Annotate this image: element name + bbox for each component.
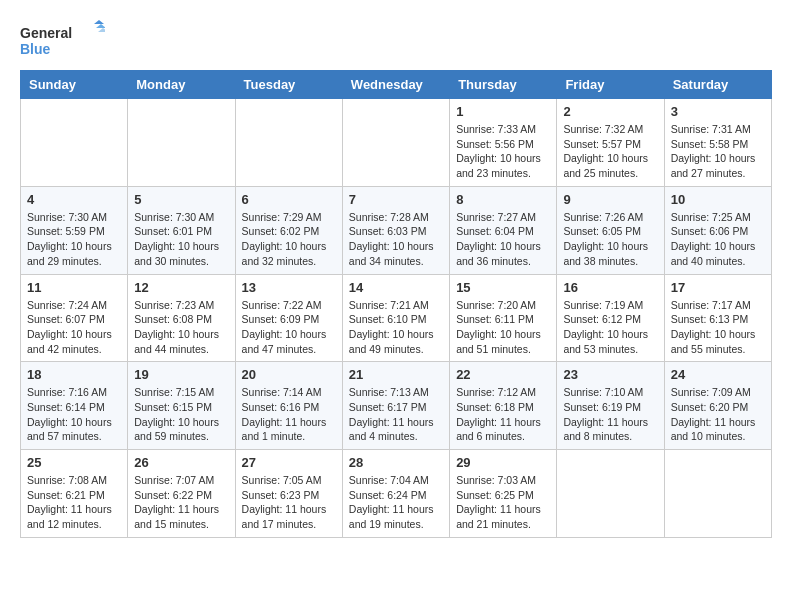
- day-info: Sunrise: 7:33 AM Sunset: 5:56 PM Dayligh…: [456, 122, 550, 181]
- logo-svg: General Blue: [20, 20, 105, 60]
- day-number: 8: [456, 192, 550, 207]
- day-number: 28: [349, 455, 443, 470]
- day-info: Sunrise: 7:27 AM Sunset: 6:04 PM Dayligh…: [456, 210, 550, 269]
- calendar-cell: 19Sunrise: 7:15 AM Sunset: 6:15 PM Dayli…: [128, 362, 235, 450]
- day-info: Sunrise: 7:19 AM Sunset: 6:12 PM Dayligh…: [563, 298, 657, 357]
- calendar-cell: 22Sunrise: 7:12 AM Sunset: 6:18 PM Dayli…: [450, 362, 557, 450]
- calendar-cell: [342, 99, 449, 187]
- calendar-cell: [664, 450, 771, 538]
- day-info: Sunrise: 7:31 AM Sunset: 5:58 PM Dayligh…: [671, 122, 765, 181]
- day-header-friday: Friday: [557, 71, 664, 99]
- calendar-cell: 25Sunrise: 7:08 AM Sunset: 6:21 PM Dayli…: [21, 450, 128, 538]
- day-header-tuesday: Tuesday: [235, 71, 342, 99]
- day-number: 29: [456, 455, 550, 470]
- day-number: 10: [671, 192, 765, 207]
- day-number: 25: [27, 455, 121, 470]
- calendar-cell: [128, 99, 235, 187]
- logo: General Blue: [20, 20, 105, 60]
- day-info: Sunrise: 7:15 AM Sunset: 6:15 PM Dayligh…: [134, 385, 228, 444]
- day-number: 19: [134, 367, 228, 382]
- day-header-wednesday: Wednesday: [342, 71, 449, 99]
- svg-marker-2: [94, 20, 104, 24]
- calendar-cell: 1Sunrise: 7:33 AM Sunset: 5:56 PM Daylig…: [450, 99, 557, 187]
- day-number: 23: [563, 367, 657, 382]
- calendar-body: 1Sunrise: 7:33 AM Sunset: 5:56 PM Daylig…: [21, 99, 772, 538]
- day-number: 7: [349, 192, 443, 207]
- day-number: 24: [671, 367, 765, 382]
- calendar-week-1: 1Sunrise: 7:33 AM Sunset: 5:56 PM Daylig…: [21, 99, 772, 187]
- day-number: 14: [349, 280, 443, 295]
- day-info: Sunrise: 7:29 AM Sunset: 6:02 PM Dayligh…: [242, 210, 336, 269]
- calendar-cell: 13Sunrise: 7:22 AM Sunset: 6:09 PM Dayli…: [235, 274, 342, 362]
- calendar-cell: 6Sunrise: 7:29 AM Sunset: 6:02 PM Daylig…: [235, 186, 342, 274]
- day-header-thursday: Thursday: [450, 71, 557, 99]
- day-info: Sunrise: 7:22 AM Sunset: 6:09 PM Dayligh…: [242, 298, 336, 357]
- day-info: Sunrise: 7:21 AM Sunset: 6:10 PM Dayligh…: [349, 298, 443, 357]
- calendar-cell: 7Sunrise: 7:28 AM Sunset: 6:03 PM Daylig…: [342, 186, 449, 274]
- day-number: 13: [242, 280, 336, 295]
- calendar: SundayMondayTuesdayWednesdayThursdayFrid…: [20, 70, 772, 538]
- day-number: 18: [27, 367, 121, 382]
- day-info: Sunrise: 7:03 AM Sunset: 6:25 PM Dayligh…: [456, 473, 550, 532]
- calendar-cell: 4Sunrise: 7:30 AM Sunset: 5:59 PM Daylig…: [21, 186, 128, 274]
- svg-marker-4: [98, 28, 105, 32]
- day-number: 1: [456, 104, 550, 119]
- day-number: 2: [563, 104, 657, 119]
- day-number: 11: [27, 280, 121, 295]
- svg-text:General: General: [20, 25, 72, 41]
- calendar-cell: 24Sunrise: 7:09 AM Sunset: 6:20 PM Dayli…: [664, 362, 771, 450]
- day-header-sunday: Sunday: [21, 71, 128, 99]
- day-info: Sunrise: 7:17 AM Sunset: 6:13 PM Dayligh…: [671, 298, 765, 357]
- day-number: 17: [671, 280, 765, 295]
- calendar-week-4: 18Sunrise: 7:16 AM Sunset: 6:14 PM Dayli…: [21, 362, 772, 450]
- day-number: 22: [456, 367, 550, 382]
- calendar-cell: 29Sunrise: 7:03 AM Sunset: 6:25 PM Dayli…: [450, 450, 557, 538]
- calendar-header-row: SundayMondayTuesdayWednesdayThursdayFrid…: [21, 71, 772, 99]
- day-info: Sunrise: 7:30 AM Sunset: 5:59 PM Dayligh…: [27, 210, 121, 269]
- day-header-monday: Monday: [128, 71, 235, 99]
- day-number: 6: [242, 192, 336, 207]
- calendar-cell: 16Sunrise: 7:19 AM Sunset: 6:12 PM Dayli…: [557, 274, 664, 362]
- day-number: 20: [242, 367, 336, 382]
- calendar-cell: 17Sunrise: 7:17 AM Sunset: 6:13 PM Dayli…: [664, 274, 771, 362]
- calendar-cell: 15Sunrise: 7:20 AM Sunset: 6:11 PM Dayli…: [450, 274, 557, 362]
- calendar-cell: 2Sunrise: 7:32 AM Sunset: 5:57 PM Daylig…: [557, 99, 664, 187]
- day-info: Sunrise: 7:05 AM Sunset: 6:23 PM Dayligh…: [242, 473, 336, 532]
- calendar-cell: 28Sunrise: 7:04 AM Sunset: 6:24 PM Dayli…: [342, 450, 449, 538]
- calendar-cell: 9Sunrise: 7:26 AM Sunset: 6:05 PM Daylig…: [557, 186, 664, 274]
- calendar-cell: 27Sunrise: 7:05 AM Sunset: 6:23 PM Dayli…: [235, 450, 342, 538]
- day-info: Sunrise: 7:24 AM Sunset: 6:07 PM Dayligh…: [27, 298, 121, 357]
- day-number: 5: [134, 192, 228, 207]
- day-info: Sunrise: 7:32 AM Sunset: 5:57 PM Dayligh…: [563, 122, 657, 181]
- day-info: Sunrise: 7:25 AM Sunset: 6:06 PM Dayligh…: [671, 210, 765, 269]
- day-info: Sunrise: 7:26 AM Sunset: 6:05 PM Dayligh…: [563, 210, 657, 269]
- calendar-cell: 26Sunrise: 7:07 AM Sunset: 6:22 PM Dayli…: [128, 450, 235, 538]
- day-info: Sunrise: 7:09 AM Sunset: 6:20 PM Dayligh…: [671, 385, 765, 444]
- day-number: 21: [349, 367, 443, 382]
- calendar-cell: [557, 450, 664, 538]
- calendar-cell: [21, 99, 128, 187]
- day-info: Sunrise: 7:08 AM Sunset: 6:21 PM Dayligh…: [27, 473, 121, 532]
- calendar-week-2: 4Sunrise: 7:30 AM Sunset: 5:59 PM Daylig…: [21, 186, 772, 274]
- day-number: 12: [134, 280, 228, 295]
- day-number: 27: [242, 455, 336, 470]
- day-info: Sunrise: 7:30 AM Sunset: 6:01 PM Dayligh…: [134, 210, 228, 269]
- day-info: Sunrise: 7:10 AM Sunset: 6:19 PM Dayligh…: [563, 385, 657, 444]
- day-info: Sunrise: 7:07 AM Sunset: 6:22 PM Dayligh…: [134, 473, 228, 532]
- day-header-saturday: Saturday: [664, 71, 771, 99]
- day-info: Sunrise: 7:20 AM Sunset: 6:11 PM Dayligh…: [456, 298, 550, 357]
- calendar-cell: 5Sunrise: 7:30 AM Sunset: 6:01 PM Daylig…: [128, 186, 235, 274]
- day-number: 16: [563, 280, 657, 295]
- calendar-cell: 21Sunrise: 7:13 AM Sunset: 6:17 PM Dayli…: [342, 362, 449, 450]
- calendar-cell: 23Sunrise: 7:10 AM Sunset: 6:19 PM Dayli…: [557, 362, 664, 450]
- calendar-cell: 8Sunrise: 7:27 AM Sunset: 6:04 PM Daylig…: [450, 186, 557, 274]
- calendar-cell: 14Sunrise: 7:21 AM Sunset: 6:10 PM Dayli…: [342, 274, 449, 362]
- calendar-cell: 18Sunrise: 7:16 AM Sunset: 6:14 PM Dayli…: [21, 362, 128, 450]
- day-info: Sunrise: 7:14 AM Sunset: 6:16 PM Dayligh…: [242, 385, 336, 444]
- calendar-cell: 11Sunrise: 7:24 AM Sunset: 6:07 PM Dayli…: [21, 274, 128, 362]
- calendar-week-5: 25Sunrise: 7:08 AM Sunset: 6:21 PM Dayli…: [21, 450, 772, 538]
- day-info: Sunrise: 7:04 AM Sunset: 6:24 PM Dayligh…: [349, 473, 443, 532]
- calendar-week-3: 11Sunrise: 7:24 AM Sunset: 6:07 PM Dayli…: [21, 274, 772, 362]
- day-number: 4: [27, 192, 121, 207]
- day-info: Sunrise: 7:28 AM Sunset: 6:03 PM Dayligh…: [349, 210, 443, 269]
